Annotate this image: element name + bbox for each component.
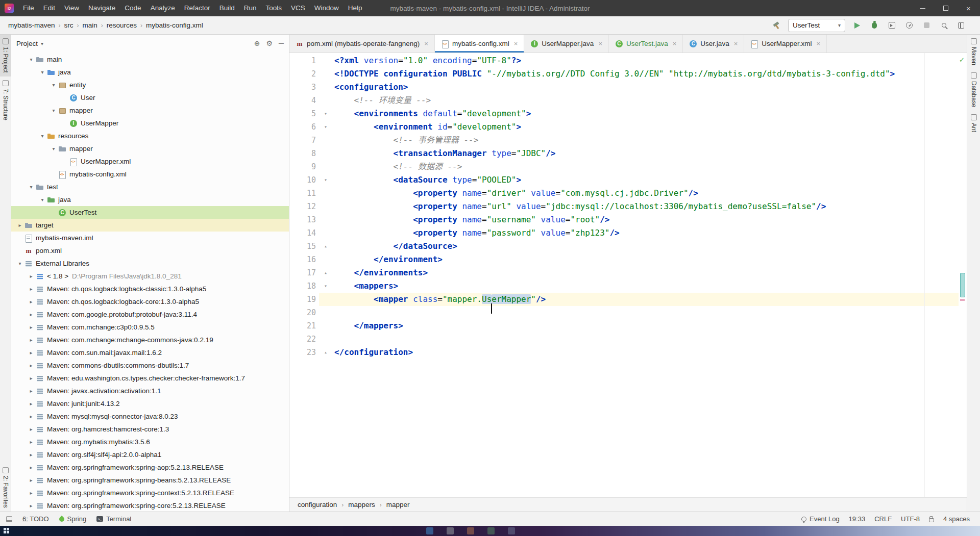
tree-item[interactable]: ▾test bbox=[11, 181, 289, 193]
tree-item[interactable]: UserMapper bbox=[11, 117, 289, 130]
code-line[interactable]: 22 bbox=[289, 333, 959, 346]
code-line[interactable]: 13 <property name="username" value="root… bbox=[289, 213, 959, 226]
code-line[interactable]: 15▴ </dataSource> bbox=[289, 240, 959, 253]
code-line[interactable]: 6▾ <environment id="development"> bbox=[289, 120, 959, 134]
tree-expand-icon[interactable]: ▸ bbox=[27, 350, 36, 355]
tree-item[interactable]: ▾resources bbox=[11, 130, 289, 142]
tool-stripe-button-ant[interactable]: Ant bbox=[967, 111, 980, 136]
tree-expand-icon[interactable]: ▸ bbox=[27, 286, 36, 292]
breadcrumb-item[interactable]: mybatis-config.xml bbox=[146, 21, 203, 29]
tree-item[interactable]: ▾java bbox=[11, 193, 289, 206]
code-line[interactable]: 11 <property name="driver" value="com.my… bbox=[289, 187, 959, 200]
taskbar-icon[interactable] bbox=[508, 527, 515, 534]
close-tab-icon[interactable]: × bbox=[424, 40, 428, 47]
tree-expand-icon[interactable]: ▸ bbox=[27, 490, 36, 496]
tree-item[interactable]: ▾mapper bbox=[11, 104, 289, 117]
tree-item[interactable]: ▸Maven: com.mchange:mchange-commons-java… bbox=[11, 334, 289, 346]
hide-panel-icon[interactable]: ─ bbox=[279, 39, 284, 47]
fold-marker-icon[interactable]: ▴ bbox=[319, 240, 332, 253]
tree-expand-icon[interactable]: ▸ bbox=[27, 388, 36, 394]
menu-analyze[interactable]: Analyze bbox=[146, 0, 180, 16]
tree-expand-icon[interactable]: ▸ bbox=[27, 273, 36, 279]
tree-expand-icon[interactable]: ▸ bbox=[27, 477, 36, 483]
editor-tab[interactable]: mybatis-config.xml× bbox=[435, 35, 524, 53]
readonly-toggle[interactable] bbox=[929, 516, 934, 522]
breadcrumb-item[interactable]: mybatis-maven bbox=[8, 21, 55, 29]
fold-marker-icon[interactable]: ▾ bbox=[319, 279, 332, 293]
taskbar-icon[interactable] bbox=[426, 527, 433, 534]
tree-expand-icon[interactable]: ▸ bbox=[27, 414, 36, 419]
tree-expand-icon[interactable]: ▸ bbox=[27, 401, 36, 406]
tree-item[interactable]: ▸Maven: org.springframework:spring-conte… bbox=[11, 487, 289, 499]
editor-tab[interactable]: UserMapper.xml× bbox=[744, 35, 827, 53]
tree-expand-icon[interactable]: ▸ bbox=[27, 337, 36, 343]
tree-item[interactable]: ▸Maven: javax.activation:activation:1.1 bbox=[11, 385, 289, 397]
tree-expand-icon[interactable]: ▸ bbox=[27, 465, 36, 470]
line-ending-selector[interactable]: CRLF bbox=[874, 515, 892, 523]
close-button[interactable]: × bbox=[957, 0, 980, 16]
tree-collapse-icon[interactable]: ▾ bbox=[38, 133, 47, 139]
editor-breadcrumb-item[interactable]: mapper bbox=[386, 501, 410, 508]
tree-item[interactable]: ▸Maven: ch.qos.logback:logback-core:1.3.… bbox=[11, 295, 289, 308]
coverage-button[interactable] bbox=[886, 20, 897, 31]
stripe-mark-teal[interactable] bbox=[960, 273, 965, 297]
menu-view[interactable]: View bbox=[60, 0, 84, 16]
fold-marker-icon[interactable]: ▾ bbox=[319, 120, 332, 134]
tree-expand-icon[interactable]: ▸ bbox=[27, 452, 36, 457]
code-line[interactable]: 17▴ </environments> bbox=[289, 266, 959, 279]
tree-item[interactable]: ▸Maven: mysql:mysql-connector-java:8.0.2… bbox=[11, 410, 289, 423]
code-line[interactable]: 19 <mapper class="mapper.UserMapper"/> bbox=[289, 293, 959, 306]
tree-expand-icon[interactable]: ▸ bbox=[27, 299, 36, 304]
toolwindow-toggle-button[interactable] bbox=[6, 516, 12, 522]
maximize-button[interactable] bbox=[934, 0, 957, 16]
stop-button[interactable] bbox=[921, 20, 932, 31]
tree-item[interactable]: ▸Maven: org.hamcrest:hamcrest-core:1.3 bbox=[11, 423, 289, 436]
taskbar-icon[interactable] bbox=[447, 527, 454, 534]
code-line[interactable]: 7 <!-- 事务管理器 --> bbox=[289, 134, 959, 147]
tool-stripe-button-maven[interactable]: Maven bbox=[967, 35, 980, 69]
fold-marker-icon[interactable]: ▾ bbox=[319, 107, 332, 120]
breadcrumb-item[interactable]: resources bbox=[107, 21, 137, 29]
tree-collapse-icon[interactable]: ▾ bbox=[38, 69, 47, 75]
breadcrumb-item[interactable]: src bbox=[64, 21, 74, 29]
tree-item[interactable]: ▾entity bbox=[11, 79, 289, 91]
tree-item[interactable]: ▾External Libraries bbox=[11, 257, 289, 270]
run-button[interactable] bbox=[851, 20, 863, 31]
code-line[interactable]: 12 <property name="url" value="jdbc:mysq… bbox=[289, 200, 959, 213]
tree-item[interactable]: ▸Maven: junit:junit:4.13.2 bbox=[11, 397, 289, 410]
tree-collapse-icon[interactable]: ▾ bbox=[27, 184, 36, 190]
fold-marker-icon[interactable]: ▾ bbox=[319, 173, 332, 187]
tree-item[interactable]: ▸target bbox=[11, 219, 289, 232]
tree-item[interactable]: ▸Maven: ch.qos.logback:logback-classic:1… bbox=[11, 283, 289, 295]
code-area[interactable]: 1<?xml version="1.0" encoding="UTF-8"?>2… bbox=[289, 53, 959, 497]
tree-item[interactable]: ▾java bbox=[11, 66, 289, 79]
tree-expand-icon[interactable]: ▸ bbox=[27, 363, 36, 368]
tree-item[interactable]: mybatis-config.xml bbox=[11, 168, 289, 181]
tree-collapse-icon[interactable]: ▾ bbox=[27, 57, 36, 62]
editor-breadcrumb-item[interactable]: configuration bbox=[298, 501, 337, 508]
spring-tab[interactable]: Spring bbox=[59, 515, 87, 523]
code-line[interactable]: 9 <!-- 数据源 --> bbox=[289, 160, 959, 173]
menu-build[interactable]: Build bbox=[215, 0, 239, 16]
tree-expand-icon[interactable]: ▸ bbox=[27, 503, 36, 508]
caret-position[interactable]: 19:33 bbox=[849, 515, 866, 523]
code-line[interactable]: 21 </mappers> bbox=[289, 319, 959, 333]
menu-run[interactable]: Run bbox=[239, 0, 261, 16]
tree-collapse-icon[interactable]: ▾ bbox=[49, 82, 58, 88]
tree-item[interactable]: UserTest bbox=[11, 206, 289, 219]
tree-expand-icon[interactable]: ▸ bbox=[27, 426, 36, 432]
tree-expand-icon[interactable]: ▸ bbox=[27, 439, 36, 445]
tree-collapse-icon[interactable]: ▾ bbox=[15, 261, 24, 266]
locate-file-icon[interactable]: ⊕ bbox=[254, 39, 260, 47]
tree-item[interactable]: ▸Maven: org.springframework:spring-core:… bbox=[11, 499, 289, 512]
code-line[interactable]: 23▴</configuration> bbox=[289, 346, 959, 359]
menu-refactor[interactable]: Refactor bbox=[180, 0, 215, 16]
tree-item[interactable]: ▸Maven: commons-dbutils:commons-dbutils:… bbox=[11, 359, 289, 372]
stripe-mark-pink[interactable] bbox=[960, 299, 965, 301]
error-stripe[interactable]: ✓ bbox=[959, 53, 967, 497]
code-line[interactable]: 5▾ <environments default="development"> bbox=[289, 107, 959, 120]
menu-help[interactable]: Help bbox=[344, 0, 367, 16]
debug-button[interactable] bbox=[869, 20, 880, 31]
code-line[interactable]: 2<!DOCTYPE configuration PUBLIC "-//myba… bbox=[289, 67, 959, 81]
code-line[interactable]: 3<configuration> bbox=[289, 81, 959, 94]
